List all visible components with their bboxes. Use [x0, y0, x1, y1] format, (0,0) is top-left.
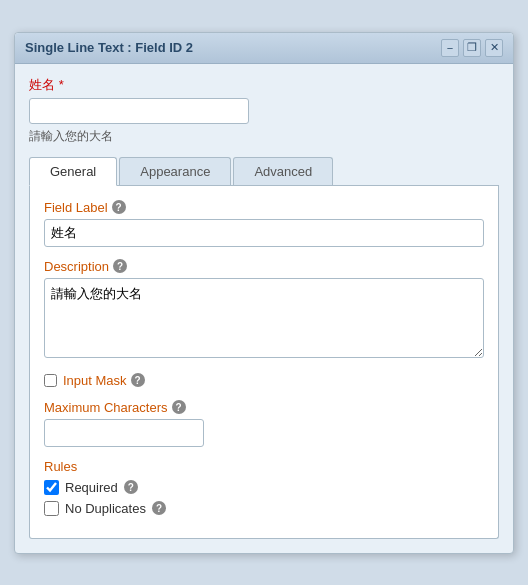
top-field-hint: 請輸入您的大名	[29, 128, 499, 145]
dialog-window: Single Line Text : Field ID 2 − ❐ ✕ 姓名 *…	[14, 32, 514, 554]
tab-appearance[interactable]: Appearance	[119, 157, 231, 185]
field-label-label: Field Label ?	[44, 200, 484, 215]
tab-general[interactable]: General	[29, 157, 117, 186]
description-help-icon[interactable]: ?	[113, 259, 127, 273]
description-textarea[interactable]: 請輸入您的大名	[44, 278, 484, 358]
window-title: Single Line Text : Field ID 2	[25, 40, 193, 55]
max-chars-label: Maximum Characters ?	[44, 400, 484, 415]
required-row: Required ?	[44, 480, 484, 495]
no-duplicates-label: No Duplicates	[65, 501, 146, 516]
no-duplicates-checkbox[interactable]	[44, 501, 59, 516]
tab-content-general: Field Label ? Description ? 請輸入您的大名 Inpu…	[29, 186, 499, 539]
tabs-container: General Appearance Advanced	[29, 157, 499, 186]
field-label-input[interactable]	[44, 219, 484, 247]
description-group: Description ? 請輸入您的大名	[44, 259, 484, 361]
field-label-help-icon[interactable]: ?	[112, 200, 126, 214]
input-mask-label: Input Mask ?	[63, 373, 145, 388]
required-help-icon[interactable]: ?	[124, 480, 138, 494]
input-mask-row: Input Mask ?	[44, 373, 484, 388]
required-checkbox[interactable]	[44, 480, 59, 495]
title-bar: Single Line Text : Field ID 2 − ❐ ✕	[15, 33, 513, 64]
tab-advanced[interactable]: Advanced	[233, 157, 333, 185]
field-label-group: Field Label ?	[44, 200, 484, 247]
input-mask-checkbox[interactable]	[44, 374, 57, 387]
top-field-group: 姓名 * 請輸入您的大名	[29, 76, 499, 145]
no-duplicates-help-icon[interactable]: ?	[152, 501, 166, 515]
max-chars-help-icon[interactable]: ?	[172, 400, 186, 414]
title-bar-controls: − ❐ ✕	[441, 39, 503, 57]
close-button[interactable]: ✕	[485, 39, 503, 57]
description-label: Description ?	[44, 259, 484, 274]
rules-section: Rules Required ? No Duplicates ?	[44, 459, 484, 516]
minimize-button[interactable]: −	[441, 39, 459, 57]
copy-button[interactable]: ❐	[463, 39, 481, 57]
required-marker: *	[59, 77, 64, 92]
top-field-label: 姓名 *	[29, 76, 499, 94]
required-label: Required	[65, 480, 118, 495]
top-field-input[interactable]	[29, 98, 249, 124]
max-chars-input[interactable]	[44, 419, 204, 447]
input-mask-help-icon[interactable]: ?	[131, 373, 145, 387]
max-chars-group: Maximum Characters ?	[44, 400, 484, 447]
window-body: 姓名 * 請輸入您的大名 General Appearance Advanced…	[15, 64, 513, 553]
no-duplicates-row: No Duplicates ?	[44, 501, 484, 516]
rules-label: Rules	[44, 459, 484, 474]
